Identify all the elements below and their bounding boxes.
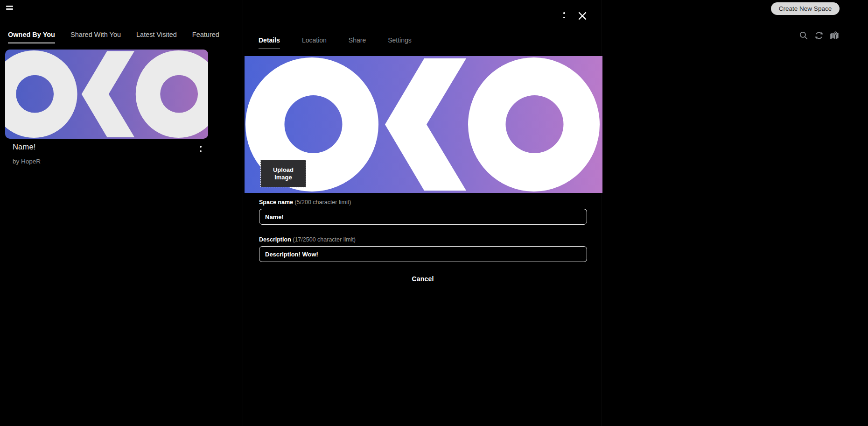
tab-owned-by-you[interactable]: Owned By You	[8, 31, 55, 43]
upload-label-line1: Upload	[273, 166, 294, 173]
tab-featured[interactable]: Featured	[192, 31, 219, 43]
tab-location[interactable]: Location	[302, 36, 327, 49]
tab-details[interactable]: Details	[259, 36, 280, 49]
card-kebab-menu-icon[interactable]	[198, 144, 203, 154]
description-label: Description (17/2500 character limit)	[259, 236, 356, 243]
space-details-modal: Details Location Share Settings Upload I…	[243, 0, 602, 426]
modal-kebab-menu-icon[interactable]	[561, 10, 567, 20]
create-new-space-button[interactable]: Create New Space	[771, 2, 840, 15]
tab-settings[interactable]: Settings	[388, 36, 412, 49]
description-input[interactable]	[259, 246, 587, 262]
toolbar-icons	[799, 31, 839, 40]
space-card-title: Name!	[13, 142, 36, 151]
space-name-label: Space name (5/200 character limit)	[259, 199, 351, 206]
tab-latest-visited[interactable]: Latest Visited	[136, 31, 177, 43]
search-icon[interactable]	[799, 31, 808, 40]
menu-icon[interactable]	[6, 6, 13, 11]
description-label-text: Description	[259, 236, 291, 243]
cancel-button[interactable]: Cancel	[243, 275, 602, 283]
description-limit-hint: (17/2500 character limit)	[293, 236, 356, 243]
modal-tabs: Details Location Share Settings	[259, 36, 412, 49]
space-card-owner: by HopeR	[13, 158, 41, 165]
library-tabs: Owned By You Shared With You Latest Visi…	[8, 31, 219, 43]
close-icon[interactable]	[575, 9, 589, 23]
upload-image-button[interactable]: Upload Image	[260, 160, 306, 187]
space-name-limit-hint: (5/200 character limit)	[294, 199, 351, 206]
map-icon[interactable]	[830, 31, 839, 40]
space-name-input[interactable]	[259, 209, 587, 225]
space-card-thumbnail[interactable]	[5, 50, 208, 139]
refresh-icon[interactable]	[814, 31, 824, 40]
tab-share[interactable]: Share	[349, 36, 366, 49]
tab-shared-with-you[interactable]: Shared With You	[70, 31, 121, 43]
space-logo-image	[5, 50, 208, 139]
upload-label-line2: Image	[274, 174, 292, 181]
space-name-label-text: Space name	[259, 199, 293, 206]
